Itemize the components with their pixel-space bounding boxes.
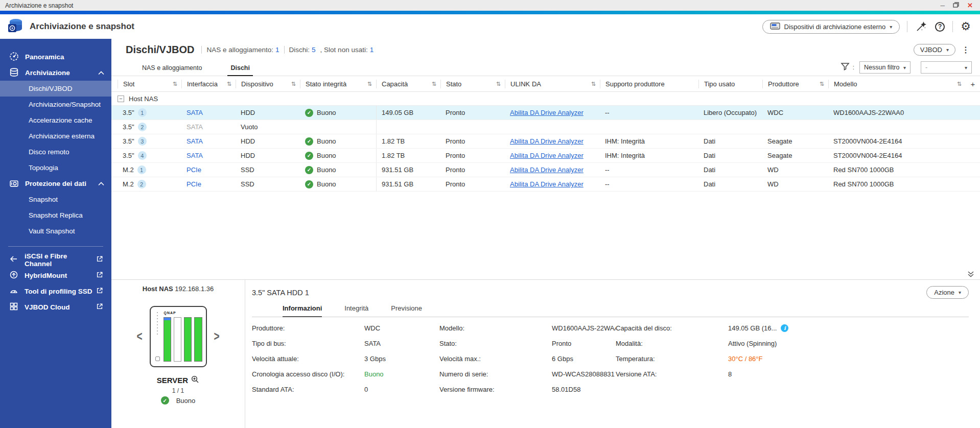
ulink-da-link[interactable]: Abilita DA Drive Analyzer	[510, 166, 584, 174]
tab-previsione[interactable]: Previsione	[391, 304, 422, 317]
column-header-supporto-produttore[interactable]: Supporto produttore	[600, 80, 698, 88]
collapse-panel-button[interactable]	[967, 270, 975, 278]
nas-power-button	[155, 356, 160, 361]
interface-link[interactable]: SATA	[186, 109, 203, 116]
external-storage-devices-button[interactable]: Dispositivi di archiviazione esterno ▾	[763, 20, 900, 33]
filter-select[interactable]: Nessun filtro ▾	[859, 61, 911, 74]
filter-secondary-select[interactable]: - ▾	[921, 61, 972, 74]
sidebar-label-panoramica: Panoramica	[25, 53, 64, 61]
chevron-down-icon: ▾	[890, 24, 892, 30]
interface-link[interactable]: SATA	[186, 152, 203, 159]
tab-informazioni[interactable]: Informazioni	[283, 304, 322, 317]
field-modalita: Modalità:Attivo (Spinning)	[616, 336, 969, 351]
column-header-interfaccia[interactable]: Interfaccia⇅	[181, 80, 236, 88]
sidebar-link-hybridmount[interactable]: HybridMount	[0, 268, 111, 283]
table-row[interactable]: 3.5"2 SATA Vuoto	[111, 120, 980, 134]
ulink-da-link[interactable]: Abilita DA Drive Analyzer	[510, 137, 584, 145]
field-modello: Modello:WD1600AAJS-22WAA0	[439, 320, 616, 336]
table-row[interactable]: M.21 PCIe SSD ✓Buono 931.51 GB Pronto Ab…	[111, 163, 980, 177]
column-header-produttore[interactable]: Produttore⇅	[762, 80, 828, 88]
column-header-stato-integrita[interactable]: Stato integrità⇅	[300, 80, 376, 88]
meta-dischi: Dischi:5	[289, 46, 316, 54]
minimize-icon[interactable]: ─	[941, 3, 945, 9]
column-header-tipo-usato[interactable]: Tipo usato	[698, 80, 762, 88]
maximize-icon[interactable]	[953, 2, 959, 9]
gear-icon[interactable]: ⚙	[961, 21, 971, 32]
sidebar-item-snapshot[interactable]: Snapshot	[0, 192, 111, 207]
column-header-capacita[interactable]: Capacità⇅	[376, 80, 440, 88]
table-row[interactable]: M.22 PCIe SSD ✓Buono 931.51 GB Pronto Ab…	[111, 177, 980, 192]
sidebar-item-protezione-dati[interactable]: Protezione dei dati	[0, 176, 111, 192]
qnap-logo: QNAP	[164, 311, 202, 315]
slot-number-badge: 1	[138, 108, 147, 117]
interface-link[interactable]: PCIe	[186, 180, 201, 188]
sidebar-link-iscsi[interactable]: iSCSI e Fibre Channel	[0, 252, 111, 268]
add-column-button[interactable]: +	[966, 80, 980, 88]
vjbod-button[interactable]: VJBOD ▾	[914, 44, 955, 56]
slot-number-badge: 2	[138, 123, 147, 131]
detail-tabs: Informazioni Integrità Previsione	[252, 304, 969, 317]
host-nas-label: Host NAS 192.168.1.36	[143, 285, 214, 293]
sidebar-item-dischi-vjbod[interactable]: Dischi/VJBOD	[0, 81, 111, 97]
sidebar-item-snapshot-replica[interactable]: Snapshot Replica	[0, 207, 111, 223]
sort-icon: ⇅	[957, 81, 962, 87]
sidebar-item-topologia[interactable]: Topologia	[0, 160, 111, 176]
ulink-da-link[interactable]: Abilita DA Drive Analyzer	[510, 109, 584, 116]
zoom-in-icon[interactable]	[191, 375, 199, 385]
page-meta: NAS e alloggiamento:1 Dischi:5 , Slot no…	[201, 46, 374, 54]
table-row[interactable]: 3.5"4 SATA HDD ✓Buono 1.82 TB Pronto Abi…	[111, 149, 980, 163]
column-header-dispositivo[interactable]: Dispositivo⇅	[236, 80, 300, 88]
sidebar-item-vault-snapshot[interactable]: Vault Snapshot	[0, 223, 111, 239]
table-row[interactable]: 3.5"1 SATA HDD ✓Buono 149.05 GB Pronto A…	[111, 106, 980, 120]
sort-icon: ⇅	[496, 81, 501, 87]
tab-dischi[interactable]: Dischi	[227, 64, 253, 76]
prev-enclosure-arrow[interactable]: <	[136, 329, 142, 345]
sidebar-item-archiviazione-snapshot[interactable]: Archiviazione/Snapshot	[0, 97, 111, 112]
chevron-down-icon: ▾	[965, 65, 967, 70]
disk-detail-panel: 3.5" SATA HDD 1 Azione ▾ Informazioni In…	[245, 280, 980, 428]
action-button[interactable]: Azione ▾	[926, 286, 969, 299]
field-standard-ata: Standard ATA:0	[252, 382, 439, 397]
camera-icon	[9, 178, 19, 189]
column-header-modello[interactable]: Modello⇅	[828, 80, 966, 88]
question-glyph: ?	[938, 23, 942, 30]
health-ok-icon: ✓	[305, 109, 313, 117]
sidebar-item-disco-remoto[interactable]: Disco remoto	[0, 144, 111, 160]
detail-panel: Host NAS 192.168.1.36 < QNAP	[111, 279, 980, 428]
sort-icon: ⇅	[367, 81, 372, 87]
sidebar-item-archiviazione[interactable]: Archiviazione	[0, 65, 111, 81]
help-icon[interactable]: ?	[935, 22, 945, 32]
column-header-ulink-da[interactable]: ULINK DA⇅	[505, 80, 600, 88]
sidebar-label-protezione: Protezione dei dati	[25, 180, 86, 187]
sidebar-link-vjbod-cloud[interactable]: VJBOD Cloud	[0, 299, 111, 315]
column-header-slot[interactable]: Slot⇅	[118, 80, 181, 88]
interface-link[interactable]: PCIe	[186, 166, 201, 174]
page-header: Dischi/VJBOD NAS e alloggiamento:1 Disch…	[111, 39, 980, 61]
next-enclosure-arrow[interactable]: >	[214, 329, 220, 345]
enclosure-count: 1 / 1	[172, 387, 184, 394]
collapse-group-icon[interactable]: −	[118, 96, 124, 102]
drive-bay-2	[174, 317, 181, 362]
field-numero-serie: Numero di serie:WD-WCAS28088831	[439, 366, 616, 382]
status-ok-icon: ✓	[161, 396, 169, 405]
column-header-stato[interactable]: Stato⇅	[440, 80, 505, 88]
disk-detail-title: 3.5" SATA HDD 1	[252, 289, 969, 297]
sidebar-label-archiviazione: Archiviazione	[25, 69, 70, 77]
brand-gradient-bar	[0, 11, 980, 14]
sidebar-link-ssd-profiling[interactable]: Tool di profiling SSD	[0, 283, 111, 299]
more-options-icon[interactable]: ⋮	[962, 45, 970, 55]
sidebar-item-accelerazione-cache[interactable]: Accelerazione cache	[0, 112, 111, 128]
nas-front-illustration[interactable]: QNAP	[150, 306, 207, 367]
close-icon[interactable]: ✕	[967, 2, 973, 9]
wizard-wand-icon[interactable]	[915, 20, 927, 33]
ulink-da-link[interactable]: Abilita DA Drive Analyzer	[510, 152, 584, 159]
table-row[interactable]: 3.5"3 SATA HDD ✓Buono 1.82 TB Pronto Abi…	[111, 134, 980, 149]
tab-nas-e-alloggiamento[interactable]: NAS e alloggiamento	[139, 64, 205, 76]
interface-link[interactable]: SATA	[186, 137, 203, 145]
tab-integrita[interactable]: Integrità	[344, 304, 368, 317]
info-icon[interactable]: i	[781, 324, 788, 332]
sidebar-item-archiviazione-esterna[interactable]: Archiviazione esterna	[0, 128, 111, 144]
chevron-down-icon: ▾	[946, 47, 949, 53]
ulink-da-link[interactable]: Abilita DA Drive Analyzer	[510, 180, 584, 188]
sidebar-item-panoramica[interactable]: Panoramica	[0, 49, 111, 65]
